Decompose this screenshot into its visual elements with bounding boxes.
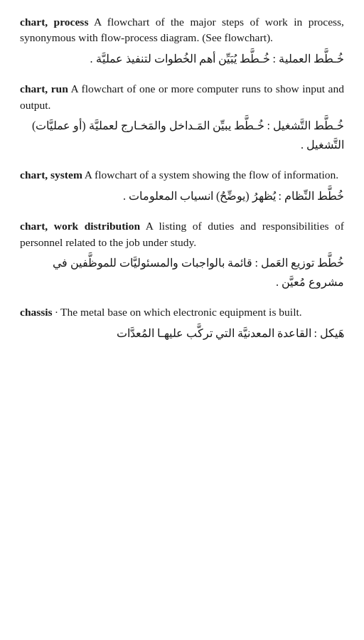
dictionary-entry: chart, system A flowchart of a system sh… — [20, 167, 344, 206]
entry-term: chart, run — [20, 82, 68, 95]
entry-term: chart, system — [20, 169, 82, 181]
dictionary-entry: chart, run A flowchart of one or more co… — [20, 81, 344, 154]
entry-term: chassis — [20, 306, 53, 318]
entry-english: chassis · The metal base on which electr… — [20, 304, 344, 320]
entry-english: chart, system A flowchart of a system sh… — [20, 167, 344, 183]
entry-english: chart, run A flowchart of one or more co… — [20, 81, 344, 113]
entry-arabic: هَيكل : القاعدة المعدنيَّة التي تركَّب ع… — [20, 324, 344, 343]
entry-arabic: خُـطَّط التَّشغيل : خُـطَّط يبيِّن المَـ… — [20, 116, 344, 154]
dictionary-entry: chart, process A flowchart of the major … — [20, 14, 344, 68]
entry-arabic: خُطَّط النِّظام : يُظهرُ (يوضِّحُ) انسيا… — [20, 186, 344, 206]
dictionary-entry: chart, work distribution A listing of du… — [20, 218, 344, 292]
entry-arabic: خُطَّط توزيع العَمل : قائمة بالواجبات وا… — [20, 253, 344, 292]
entry-term: chart, process — [20, 16, 88, 28]
dictionary-entry: chassis · The metal base on which electr… — [20, 304, 344, 343]
entry-arabic: خُـطَّط العملية : خُـطَّط يُبَيِّن أهم ا… — [20, 49, 344, 68]
page-content: chart, process A flowchart of the major … — [20, 14, 344, 343]
entry-english: chart, process A flowchart of the major … — [20, 14, 344, 46]
entry-english: chart, work distribution A listing of du… — [20, 218, 344, 250]
entry-term: chart, work distribution — [20, 220, 140, 232]
